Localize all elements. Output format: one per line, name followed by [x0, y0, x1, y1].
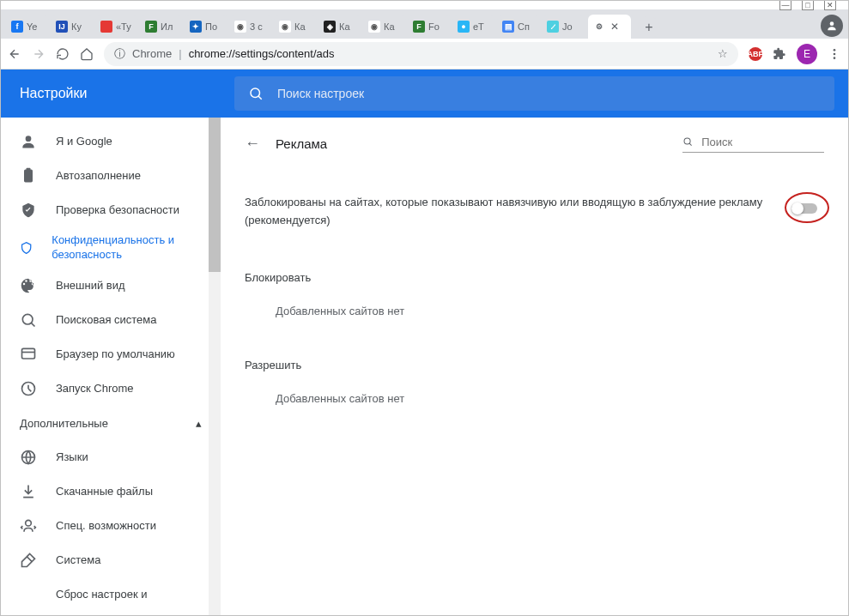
browser-tab[interactable]: ◉Ка [274, 15, 317, 39]
sidebar-item[interactable]: Проверка безопасности [1, 193, 221, 227]
search-icon [248, 86, 264, 101]
tab-label: Ку [71, 21, 82, 32]
url-text: chrome://settings/content/ads [189, 47, 335, 60]
sidebar-item[interactable]: Запуск Chrome [1, 371, 221, 406]
ads-toggle[interactable] [791, 199, 824, 218]
sidebar-item-label: Языки [56, 450, 88, 465]
sidebar-icon [20, 202, 37, 219]
sidebar-item-label: Внешний вид [56, 279, 125, 293]
sidebar-icon [20, 311, 37, 329]
gear-icon: ⚙ [593, 21, 605, 33]
forward-icon[interactable] [32, 47, 45, 61]
block-empty-text: Добавленных сайтов нет [245, 305, 824, 317]
sidebar-item[interactable]: Автозаполнение [1, 159, 221, 193]
site-info-icon: ⓘ [114, 46, 125, 62]
sidebar-item[interactable]: Конфиденциальность и безопасность [1, 227, 221, 269]
browser-tab[interactable]: fYe [6, 15, 49, 39]
sidebar-item[interactable]: Я и Google [1, 124, 221, 159]
favicon: IJ [56, 21, 68, 33]
window-minimize[interactable]: — [779, 0, 791, 10]
tab-settings-active[interactable]: ⚙ ✕ [588, 15, 631, 39]
ads-toggle-label: Заблокированы на сайтах, которые показыв… [245, 194, 774, 230]
allow-section-label: Разрешить [245, 359, 824, 371]
svg-rect-9 [22, 348, 35, 359]
sidebar-item-label: Автозаполнение [56, 169, 141, 184]
sidebar-item[interactable]: Сброс настроек и [1, 577, 221, 612]
tab-label: Ка [384, 21, 395, 32]
profile-avatar[interactable]: E [797, 44, 817, 64]
sidebar-icon [20, 167, 37, 184]
browser-tab[interactable]: ◉3 с [229, 15, 272, 39]
browser-tab[interactable]: ⟋Jo [542, 15, 585, 39]
omnibox[interactable]: ⓘ Chrome | chrome://settings/content/ads… [104, 42, 738, 66]
extensions-icon[interactable] [773, 47, 786, 61]
menu-icon[interactable] [828, 47, 841, 61]
svg-point-2 [834, 52, 836, 55]
sidebar-icon [20, 483, 37, 500]
sidebar-icon [20, 586, 37, 603]
sidebar-item-label: Спец. возможности [56, 519, 156, 534]
reload-icon[interactable] [56, 47, 70, 61]
close-icon[interactable]: ✕ [610, 21, 619, 33]
favicon: ◉ [234, 21, 246, 33]
profile-tab-icon[interactable] [821, 15, 843, 37]
window-close[interactable]: ✕ [824, 0, 836, 10]
favicon: F [413, 21, 425, 33]
sidebar-icon [20, 517, 37, 534]
sidebar-item[interactable]: Скачанные файлы [1, 474, 221, 509]
page-search[interactable] [682, 136, 824, 153]
browser-tab[interactable]: ●eT [452, 15, 495, 39]
settings-sidebar: Я и GoogleАвтозаполнениеПроверка безопас… [1, 118, 221, 615]
new-tab-button[interactable]: + [638, 16, 660, 39]
sidebar-item[interactable]: Спец. возможности [1, 509, 221, 543]
favicon: ◉ [279, 21, 291, 33]
svg-point-4 [251, 88, 260, 98]
sidebar-item[interactable]: Браузер по умолчанию [1, 337, 221, 371]
favicon: ◉ [368, 21, 380, 33]
favicon: ✦ [190, 21, 202, 33]
browser-tab[interactable]: FИл [140, 15, 183, 39]
settings-search-input[interactable] [277, 87, 821, 100]
browser-tab[interactable]: ◉Ка [363, 15, 406, 39]
tab-label: Fo [428, 21, 440, 32]
tab-label: Jo [562, 21, 573, 32]
sidebar-item[interactable]: Система [1, 543, 221, 577]
sidebar-item-label: Скачанные файлы [56, 485, 153, 499]
home-icon[interactable] [80, 47, 94, 61]
tab-label: Сп [518, 21, 530, 32]
address-bar: ⓘ Chrome | chrome://settings/content/ads… [1, 39, 848, 69]
favicon: f [11, 21, 23, 33]
favicon: ◈ [324, 21, 336, 33]
browser-tab[interactable]: «Ту [95, 15, 138, 39]
favicon: ● [458, 21, 470, 33]
browser-tab[interactable]: IJКу [51, 15, 94, 39]
browser-tab[interactable]: ▤Сп [497, 15, 540, 39]
sidebar-advanced-toggle[interactable]: Дополнительные ▴ [1, 406, 221, 440]
sidebar-scrollbar[interactable] [209, 118, 221, 615]
sidebar-item-label: Запуск Chrome [56, 382, 134, 396]
favicon: F [145, 21, 157, 33]
back-button[interactable]: ← [245, 135, 260, 153]
page-title: Реклама [276, 136, 327, 151]
block-section-label: Блокировать [245, 271, 824, 284]
browser-tab[interactable]: FFo [408, 15, 451, 39]
browser-tab[interactable]: ◈Ка [318, 15, 361, 39]
svg-point-0 [830, 21, 834, 26]
bookmark-icon[interactable]: ☆ [718, 47, 728, 60]
sidebar-item[interactable]: Поисковая система [1, 303, 221, 337]
settings-search-box[interactable] [234, 76, 834, 111]
sidebar-item[interactable]: Языки [1, 440, 221, 474]
sidebar-item-label: Система [56, 553, 100, 568]
tab-label: 3 с [250, 21, 263, 32]
back-icon[interactable] [8, 47, 21, 61]
sidebar-icon [20, 133, 37, 150]
sidebar-icon [20, 552, 37, 569]
window-maximize[interactable]: □ [802, 0, 814, 10]
tab-label: Ил [161, 21, 173, 32]
sidebar-item[interactable]: Внешний вид [1, 269, 221, 303]
url-scheme: Chrome [132, 47, 172, 60]
page-search-input[interactable] [701, 136, 824, 148]
sidebar-item-label: Браузер по умолчанию [56, 347, 175, 362]
browser-tab[interactable]: ✦По [185, 15, 227, 39]
abp-extension-icon[interactable]: ABP [749, 47, 762, 61]
